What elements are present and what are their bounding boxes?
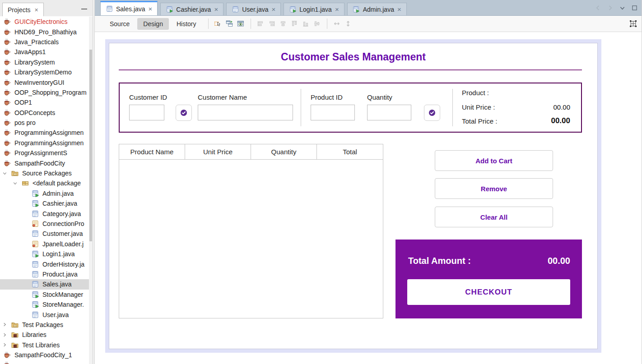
tree-item[interactable]: OOP_Shopping_Program — [0, 88, 89, 97]
total-price-value: 00.00 — [521, 116, 570, 125]
tree-item[interactable]: ProgrammingAssignmen — [0, 138, 89, 148]
tree-item[interactable]: Cashier.java — [0, 198, 89, 208]
tree-item[interactable]: LibrarySystemDemo — [0, 67, 89, 77]
next-tab-button[interactable] — [606, 5, 614, 12]
table-header-cell[interactable]: Unit Price — [185, 144, 251, 159]
connection-mode-icon — [226, 20, 233, 28]
tree-item[interactable]: Test Libraries — [0, 340, 89, 350]
title-underline — [119, 69, 582, 70]
tree-item[interactable]: ProgrAssignmentS — [0, 148, 89, 158]
tree-item[interactable]: Admin.java — [0, 189, 89, 198]
java-main-icon — [32, 190, 39, 197]
input-panel: Customer ID Customer Name Product ID Qua… — [119, 83, 582, 133]
align-bottom-icon — [302, 20, 309, 28]
minimize-panel-icon[interactable] — [81, 9, 87, 9]
product-id-field[interactable] — [311, 105, 355, 120]
connection-mode-button[interactable] — [224, 18, 235, 29]
editor-tab-login1-java[interactable]: Login1.java× — [284, 3, 344, 15]
tree-item[interactable]: OOPConcepts — [0, 108, 89, 118]
tree-item[interactable]: GUICityElectronics — [0, 17, 89, 27]
tree-item[interactable] — [0, 360, 89, 364]
view-button-history[interactable]: History — [171, 18, 202, 30]
maximize-button[interactable] — [631, 5, 638, 12]
close-tab-icon[interactable]: × — [335, 6, 339, 13]
tree-item[interactable]: Customer.java — [0, 229, 89, 239]
tree-item[interactable]: Login1.java — [0, 249, 89, 259]
tree-item-label: ConnectionPro — [42, 220, 84, 227]
tab-list-button[interactable] — [619, 5, 626, 12]
preview-design-button[interactable] — [235, 18, 247, 29]
prev-tab-button[interactable] — [594, 5, 601, 12]
checkout-button[interactable]: CHECKOUT — [407, 279, 570, 305]
clear-all-button[interactable]: Clear All — [435, 207, 553, 227]
tree-item[interactable]: StoreManager. — [0, 299, 89, 309]
table-header-cell[interactable]: Product Name — [119, 144, 185, 159]
tabstrip-controls — [594, 0, 638, 16]
tree-item[interactable]: LibrarySystem — [0, 57, 89, 67]
tree-item-label: Libraries — [22, 331, 47, 338]
projects-tree: GUICityElectronicsHND69_Pro_BhathiyaJava… — [0, 17, 89, 364]
verify-customer-button[interactable] — [176, 105, 192, 121]
projects-tab[interactable]: Projects × — [2, 3, 44, 16]
tree-item[interactable]: Java_Practicals — [0, 37, 89, 47]
tree-item-label: StoreManager. — [42, 301, 84, 308]
scrollbar-thumb[interactable] — [89, 50, 92, 241]
tree-item[interactable]: JpanelLoader.j — [0, 239, 89, 249]
tree-item[interactable]: Sales.java — [0, 279, 89, 289]
tree-item[interactable]: ConnectionPro — [0, 219, 89, 229]
form-canvas[interactable]: Customer Sales Management Customer ID Cu… — [109, 43, 598, 349]
quantity-field[interactable] — [367, 105, 411, 120]
tree-item[interactable]: JavaApps1 — [0, 47, 89, 57]
add-to-cart-button[interactable]: Add to Cart — [435, 150, 553, 171]
java-main-icon — [353, 6, 360, 13]
editor-tab-user-java[interactable]: User.java× — [226, 3, 281, 15]
tree-scrollbar[interactable] — [89, 17, 93, 364]
table-header-cell[interactable]: Total — [317, 144, 383, 159]
tree-item[interactable]: OOP1 — [0, 97, 89, 107]
tree-item[interactable]: pos pro — [0, 118, 89, 128]
customer-id-field[interactable] — [129, 105, 164, 120]
align-top-button — [289, 18, 300, 29]
tree-item-label: Sales.java — [42, 281, 72, 288]
tree-item-label: NewInventoryGUI — [14, 79, 64, 86]
tree-item[interactable]: Libraries — [0, 330, 89, 340]
tree-item-label: JpanelLoader.j — [42, 240, 84, 248]
tree-item[interactable]: HND69_Pro_Bhathiya — [0, 27, 89, 37]
editor-tab-sales-java[interactable]: Sales.java× — [100, 1, 158, 15]
close-icon[interactable]: × — [35, 7, 38, 13]
tree-item[interactable]: Test Packages — [0, 320, 89, 330]
coffee-icon — [4, 139, 11, 147]
tree-item[interactable]: User.java — [0, 309, 89, 319]
view-button-source[interactable]: Source — [104, 18, 135, 30]
form-title: Customer Sales Management — [109, 51, 597, 63]
java-class-icon — [32, 220, 39, 227]
close-tab-icon[interactable]: × — [214, 6, 218, 13]
tree-item[interactable]: NewInventoryGUI — [0, 77, 89, 87]
table-header-cell[interactable]: Quantity — [251, 144, 317, 159]
grid-icon[interactable] — [629, 20, 637, 28]
close-tab-icon[interactable]: × — [149, 5, 153, 12]
close-tab-icon[interactable]: × — [272, 6, 276, 13]
tree-item-label: Source Packages — [22, 170, 72, 177]
verify-product-button[interactable] — [424, 105, 440, 121]
cart-table[interactable]: Product NameUnit PriceQuantityTotal — [119, 144, 383, 318]
remove-button[interactable]: Remove — [435, 178, 553, 199]
tree-item-label: ProgrAssignmentS — [14, 149, 67, 157]
tree-item[interactable]: Product.java — [0, 269, 89, 279]
tree-item[interactable]: SampathFoodCity — [0, 158, 89, 168]
editor-tab-admin-java[interactable]: Admin.java× — [347, 3, 407, 15]
tree-item[interactable]: <default package — [0, 178, 89, 188]
quantity-label: Quantity — [367, 93, 392, 101]
tree-item[interactable]: Category.java — [0, 208, 89, 218]
view-button-design[interactable]: Design — [137, 18, 169, 30]
tree-item[interactable]: ProgrammingAssignmen — [0, 128, 89, 138]
editor-tab-cashier-java[interactable]: Cashier.java× — [160, 3, 223, 15]
customer-name-field[interactable] — [198, 105, 293, 120]
resize-icon-group — [331, 18, 354, 29]
tree-item[interactable]: OrderHistory.ja — [0, 259, 89, 269]
selection-mode-button[interactable] — [213, 18, 224, 29]
tree-item[interactable]: Source Packages — [0, 168, 89, 178]
tree-item[interactable]: SampathFoodCity_1 — [0, 350, 89, 360]
tree-item[interactable]: StockManager — [0, 290, 89, 299]
close-tab-icon[interactable]: × — [397, 6, 401, 13]
